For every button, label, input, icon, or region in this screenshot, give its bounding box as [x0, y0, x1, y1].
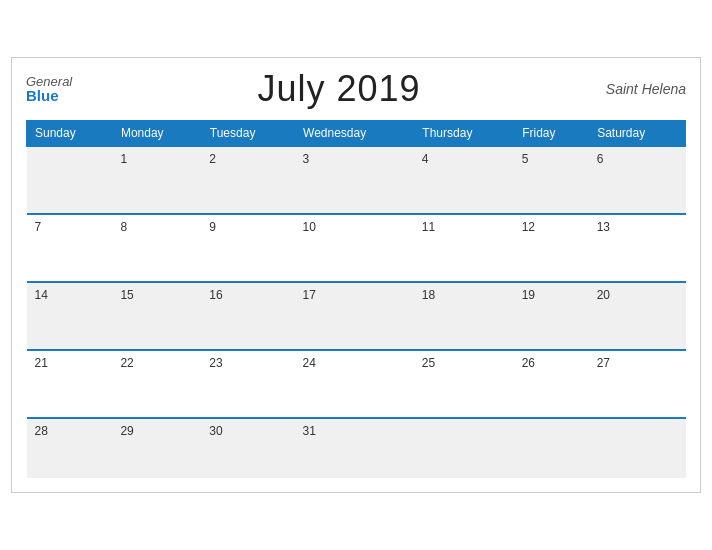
- day-cell: 23: [201, 350, 294, 418]
- day-cell: 30: [201, 418, 294, 478]
- day-cell: [589, 418, 686, 478]
- header-thursday: Thursday: [414, 121, 514, 147]
- logo-blue-text: Blue: [26, 88, 72, 103]
- week-row-4: 21 22 23 24 25 26 27: [27, 350, 686, 418]
- day-cell: 1: [112, 146, 201, 214]
- day-cell: 9: [201, 214, 294, 282]
- day-cell: 27: [589, 350, 686, 418]
- day-cell: 28: [27, 418, 113, 478]
- day-cell: 19: [514, 282, 589, 350]
- header-sunday: Sunday: [27, 121, 113, 147]
- day-cell: 18: [414, 282, 514, 350]
- day-cell: 5: [514, 146, 589, 214]
- day-cell: 22: [112, 350, 201, 418]
- day-cell: 14: [27, 282, 113, 350]
- calendar-table: Sunday Monday Tuesday Wednesday Thursday…: [26, 120, 686, 478]
- day-cell: 8: [112, 214, 201, 282]
- day-cell: 29: [112, 418, 201, 478]
- day-cell: 25: [414, 350, 514, 418]
- calendar-header: General Blue July 2019 Saint Helena: [26, 68, 686, 110]
- location-label: Saint Helena: [606, 81, 686, 97]
- day-cell: 6: [589, 146, 686, 214]
- day-cell: 16: [201, 282, 294, 350]
- day-cell: 31: [295, 418, 414, 478]
- calendar: General Blue July 2019 Saint Helena Sund…: [11, 57, 701, 493]
- day-cell: 11: [414, 214, 514, 282]
- week-row-1: 1 2 3 4 5 6: [27, 146, 686, 214]
- day-cell: 21: [27, 350, 113, 418]
- day-cell: 13: [589, 214, 686, 282]
- day-cell: [514, 418, 589, 478]
- header-friday: Friday: [514, 121, 589, 147]
- header-wednesday: Wednesday: [295, 121, 414, 147]
- day-cell: 15: [112, 282, 201, 350]
- week-row-3: 14 15 16 17 18 19 20: [27, 282, 686, 350]
- month-title: July 2019: [257, 68, 420, 110]
- day-cell: 4: [414, 146, 514, 214]
- day-cell: 2: [201, 146, 294, 214]
- day-cell: 10: [295, 214, 414, 282]
- day-cell: [27, 146, 113, 214]
- calendar-tbody: 1 2 3 4 5 6 7 8 9 10 11 12 13 14 15 16 1…: [27, 146, 686, 478]
- day-cell: 12: [514, 214, 589, 282]
- logo: General Blue: [26, 75, 72, 103]
- header-tuesday: Tuesday: [201, 121, 294, 147]
- week-row-2: 7 8 9 10 11 12 13: [27, 214, 686, 282]
- week-row-5: 28 29 30 31: [27, 418, 686, 478]
- day-cell: 20: [589, 282, 686, 350]
- day-cell: 17: [295, 282, 414, 350]
- day-cell: 7: [27, 214, 113, 282]
- header-monday: Monday: [112, 121, 201, 147]
- calendar-thead: Sunday Monday Tuesday Wednesday Thursday…: [27, 121, 686, 147]
- header-saturday: Saturday: [589, 121, 686, 147]
- day-cell: [414, 418, 514, 478]
- days-header-row: Sunday Monday Tuesday Wednesday Thursday…: [27, 121, 686, 147]
- day-cell: 26: [514, 350, 589, 418]
- day-cell: 3: [295, 146, 414, 214]
- day-cell: 24: [295, 350, 414, 418]
